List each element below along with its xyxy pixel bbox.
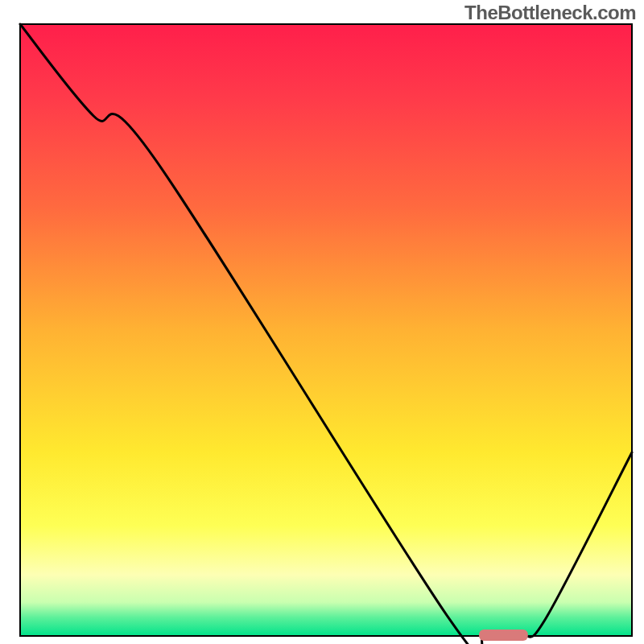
plot-background (20, 24, 632, 636)
optimal-range-marker (479, 630, 528, 641)
chart-container: TheBottleneck.com (0, 0, 644, 644)
watermark-text: TheBottleneck.com (464, 2, 636, 24)
bottleneck-chart (0, 0, 644, 644)
